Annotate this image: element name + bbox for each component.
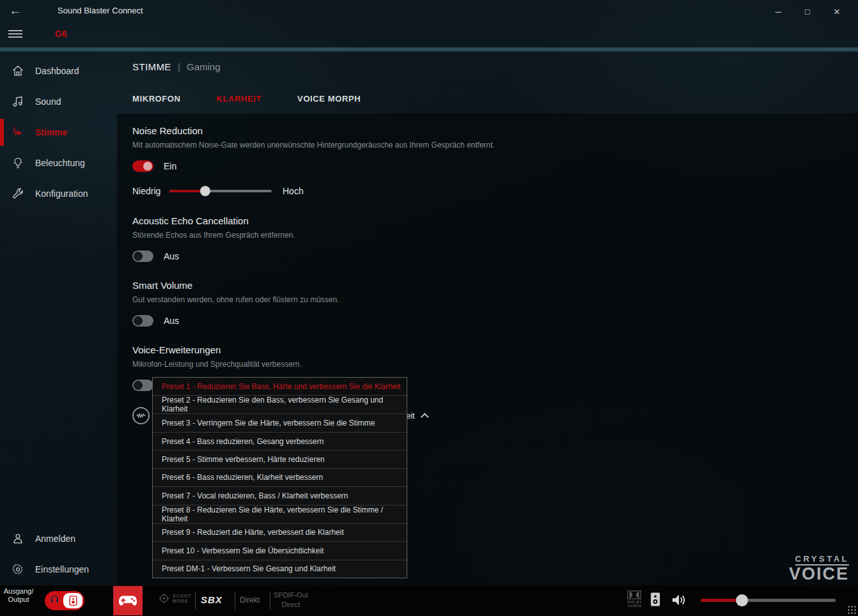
tab-klarheit[interactable]: KLARHEIT: [217, 94, 262, 104]
footer-bar: Ausgang/ Output SCOUT MODE SBX: [0, 585, 858, 616]
sidebar-item-stimme[interactable]: Stimme: [0, 119, 117, 145]
sidebar-item-label: Anmelden: [35, 534, 75, 544]
preset-option[interactable]: Preset 2 - Reduzieren Sie den Bass, verb…: [153, 395, 407, 413]
preset-option[interactable]: Preset 7 - Vocal reduzieren, Bass / Klar…: [153, 486, 407, 504]
sidebar-item-label: Einstellungen: [35, 564, 89, 574]
sidebar-item-label: Konfiguration: [35, 189, 88, 199]
sidebar-item-anmelden[interactable]: Anmelden: [0, 526, 117, 551]
page-title-separator: |: [178, 61, 180, 72]
sound-blaster-connect-window: ← Sound Blaster Connect ─ □ ✕ G6 Dashboa…: [0, 0, 858, 616]
page-title-section: STIMME: [132, 61, 171, 72]
gamepad-icon: [118, 594, 137, 607]
preset-option[interactable]: Preset 10 - Verbessern Sie die Übersicht…: [153, 541, 407, 559]
app-title: Sound Blaster Connect: [58, 6, 143, 15]
sidebar: Dashboard Sound Stimme Beleuchtung Konfi: [0, 52, 117, 585]
footer-separator: [270, 592, 270, 610]
section-description: Mikrofon-Leistung und Sprechqualität ver…: [132, 360, 858, 369]
toggle-state-label: Aus: [164, 316, 179, 326]
speaker-monitor-icon[interactable]: [650, 592, 660, 607]
window-controls: ─ □ ✕: [763, 0, 852, 23]
acoustic-echo-cancellation-toggle[interactable]: [132, 250, 153, 262]
sidebar-item-dashboard[interactable]: Dashboard: [0, 58, 117, 84]
section-description: Mit automatischem Noise-Gate werden uner…: [132, 141, 858, 150]
section-title: Noise Reduction: [132, 125, 858, 136]
dolby-icon: [627, 590, 643, 599]
volume-slider-thumb[interactable]: [736, 594, 748, 606]
dolby-label-line2: AUDIO: [627, 604, 643, 608]
maximize-button[interactable]: □: [793, 0, 822, 23]
scout-label-line2: MODE: [173, 599, 192, 604]
noise-reduction-slider[interactable]: [169, 190, 272, 192]
preset-option[interactable]: Preset DM-1 - Verbessern Sie Gesang und …: [153, 560, 407, 578]
crystal-voice-logo: CRYSTAL VOICE: [789, 553, 849, 583]
slider-min-label: Niedrig: [132, 186, 166, 196]
section-smart-volume: Smart Volume Gut verstanden werden, ohne…: [132, 280, 858, 327]
sidebar-item-label: Sound: [35, 96, 61, 107]
output-toggle[interactable]: [45, 591, 84, 610]
volume-icon[interactable]: [671, 592, 687, 608]
preset-option[interactable]: Preset 1 - Reduzieren Sie Bass, Härte un…: [153, 378, 407, 395]
sidebar-item-beleuchtung[interactable]: Beleuchtung: [0, 150, 117, 176]
section-title: Voice-Erweiterungen: [132, 344, 858, 355]
hamburger-menu-icon[interactable]: [8, 28, 22, 40]
chevron-up-icon[interactable]: [421, 413, 429, 421]
resize-grip[interactable]: [846, 604, 857, 615]
close-button[interactable]: ✕: [822, 0, 852, 23]
volume-slider[interactable]: [701, 599, 836, 602]
section-title: Smart Volume: [132, 280, 858, 291]
footer-separator: [195, 592, 196, 610]
headphones-icon: [49, 594, 60, 605]
game-mode-button[interactable]: [113, 586, 143, 615]
footer-separator: [235, 592, 235, 610]
sidebar-item-konfiguration[interactable]: Konfiguration: [0, 181, 117, 206]
section-acoustic-echo-cancellation: Acoustic Echo Cancellation Störende Echo…: [132, 215, 858, 263]
wrench-icon: [10, 186, 26, 201]
page-title: STIMME | Gaming: [132, 61, 221, 72]
menu-row: G6: [0, 23, 858, 47]
tab-bar: MIKROFON KLARHEIT VOICE MORPH: [132, 94, 361, 104]
sidebar-item-sound[interactable]: Sound: [0, 89, 117, 114]
speaker-output-icon: [63, 593, 82, 608]
toggle-state-label: Ein: [164, 161, 176, 171]
content-panel: Noise Reduction Mit automatischem Noise-…: [117, 114, 858, 585]
direct-mode-button[interactable]: Direkt: [240, 596, 260, 604]
voice-enhancements-toggle[interactable]: [132, 380, 153, 391]
slider-max-label: Hoch: [283, 186, 304, 196]
preset-option[interactable]: Preset 6 - Bass reduzieren, Klarheit ver…: [153, 468, 407, 486]
sidebar-item-label: Stimme: [35, 127, 68, 137]
slider-thumb[interactable]: [200, 186, 210, 196]
spdif-label-line2: Direct: [274, 600, 308, 610]
section-description: Störende Echos aus Ihrem Gespräch entfer…: [132, 231, 858, 240]
person-icon: [10, 531, 26, 546]
back-icon[interactable]: ←: [9, 3, 22, 18]
dolby-audio-button[interactable]: DOLBY AUDIO: [627, 590, 643, 608]
sidebar-item-einstellungen[interactable]: Einstellungen: [0, 557, 117, 582]
output-label: Ausgang/ Output: [1, 587, 36, 604]
scout-mode-button[interactable]: SCOUT MODE: [158, 592, 192, 604]
gear-icon: [10, 562, 26, 577]
scout-crosshair-icon: [158, 592, 170, 604]
section-description: Gut verstanden werden, ohne rufen oder f…: [132, 295, 858, 304]
minimize-button[interactable]: ─: [763, 0, 793, 23]
preset-option[interactable]: Preset 3 - Verringern Sie die Härte, ver…: [153, 413, 407, 431]
scout-label-line1: SCOUT: [173, 594, 192, 599]
preset-option[interactable]: Preset 4 - Bass reduzieren, Gesang verbe…: [153, 432, 407, 450]
home-icon: [10, 63, 26, 79]
header-divider: [0, 47, 858, 52]
noise-reduction-toggle[interactable]: [132, 160, 153, 172]
preset-option[interactable]: Preset 5 - Stimme verbessern, Härte redu…: [153, 450, 407, 468]
preset-option[interactable]: Preset 8 - Reduzieren Sie die Härte, ver…: [153, 505, 407, 523]
spdif-out-button[interactable]: SPDIF-Out Direct: [274, 590, 308, 610]
tab-mikrofon[interactable]: MIKROFON: [132, 94, 181, 104]
tab-voice-morph[interactable]: VOICE MORPH: [297, 94, 361, 104]
preset-option[interactable]: Preset 9 - Reduziert die Härte, verbesse…: [153, 523, 407, 541]
lightbulb-icon: [10, 155, 26, 171]
sbx-button[interactable]: SBX: [201, 594, 222, 605]
preset-waveform-icon: [132, 407, 150, 424]
sidebar-item-label: Dashboard: [35, 66, 79, 76]
toggle-state-label: Aus: [164, 251, 179, 261]
section-noise-reduction: Noise Reduction Mit automatischem Noise-…: [132, 125, 858, 198]
section-title: Acoustic Echo Cancellation: [132, 215, 858, 226]
device-name[interactable]: G6: [55, 29, 67, 39]
smart-volume-toggle[interactable]: [132, 315, 153, 327]
